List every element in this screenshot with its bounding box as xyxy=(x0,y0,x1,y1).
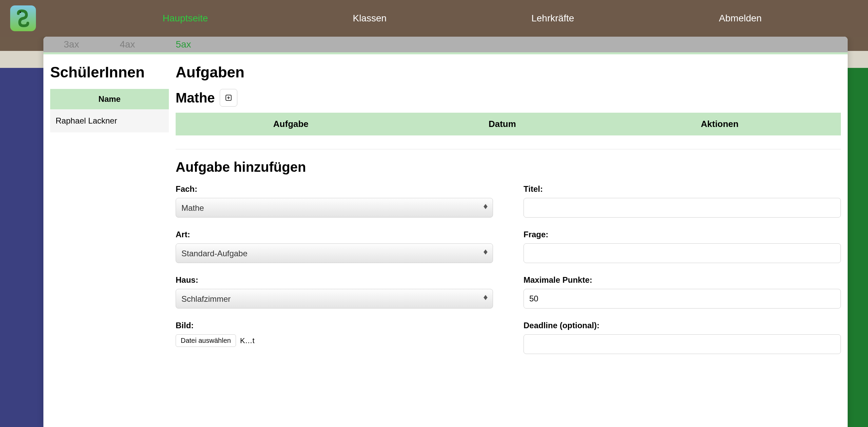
form-group-haus: Haus: Schlafzimmer xyxy=(176,275,493,309)
form-group-deadline: Deadline (optional): xyxy=(524,321,841,354)
form-group-maxpunkte: Maximale Punkte: xyxy=(524,275,841,309)
form-group-art: Art: Standard-Aufgabe xyxy=(176,230,493,263)
form-group-titel: Titel: xyxy=(524,184,841,218)
label-haus: Haus: xyxy=(176,275,493,285)
nav-link-lehrkraefte[interactable]: Lehrkräfte xyxy=(531,13,574,24)
label-titel: Titel: xyxy=(524,184,841,194)
input-maxpunkte[interactable] xyxy=(524,289,841,309)
select-fach[interactable]: Mathe xyxy=(176,198,493,218)
subject-name: Mathe xyxy=(176,90,215,106)
app-logo[interactable] xyxy=(10,5,36,31)
form-group-frage: Frage: xyxy=(524,230,841,263)
tasks-col-aktionen: Aktionen xyxy=(598,113,841,135)
nav-link-abmelden[interactable]: Abmelden xyxy=(719,13,762,24)
select-haus[interactable]: Schlafzimmer xyxy=(176,289,493,309)
class-tabbar: 3ax 4ax 5ax xyxy=(43,37,848,54)
tasks-title: Aufgaben xyxy=(176,64,841,81)
label-maxpunkte: Maximale Punkte: xyxy=(524,275,841,285)
label-deadline: Deadline (optional): xyxy=(524,321,841,330)
tab-3ax[interactable]: 3ax xyxy=(43,39,99,50)
student-row[interactable]: Raphael Lackner xyxy=(50,109,169,132)
form-group-bild: Bild: Datei auswählen K…t xyxy=(176,321,493,354)
tab-4ax[interactable]: 4ax xyxy=(99,39,155,50)
nav-link-hauptseite[interactable]: Hauptseite xyxy=(163,13,208,24)
add-task-form-title: Aufgabe hinzufügen xyxy=(176,160,841,175)
file-name-display: K…t xyxy=(240,336,255,345)
students-title: SchülerInnen xyxy=(50,64,169,81)
tasks-table: Aufgabe Datum Aktionen xyxy=(176,113,841,135)
tab-5ax[interactable]: 5ax xyxy=(155,39,211,50)
main-panel: 3ax 4ax 5ax SchülerInnen Name Raphael La… xyxy=(43,37,848,427)
input-deadline[interactable] xyxy=(524,334,841,354)
content-area: SchülerInnen Name Raphael Lackner Aufgab… xyxy=(43,54,848,364)
divider xyxy=(176,149,841,149)
nav-link-klassen[interactable]: Klassen xyxy=(353,13,387,24)
input-frage[interactable] xyxy=(524,243,841,263)
students-column: SchülerInnen Name Raphael Lackner xyxy=(50,64,169,354)
nav-items: Hauptseite Klassen Lehrkräfte Abmelden xyxy=(36,13,868,24)
label-bild: Bild: xyxy=(176,321,493,330)
label-fach: Fach: xyxy=(176,184,493,194)
snake-logo-icon xyxy=(14,9,33,28)
tasks-column: Aufgaben Mathe Aufgabe Datum xyxy=(176,64,841,354)
background-book-left xyxy=(0,51,44,427)
subject-row: Mathe xyxy=(176,89,841,107)
input-titel[interactable] xyxy=(524,198,841,218)
file-choose-button[interactable]: Datei auswählen xyxy=(176,334,236,347)
svg-point-0 xyxy=(20,12,21,13)
add-task-button[interactable] xyxy=(220,89,237,107)
select-art[interactable]: Standard-Aufgabe xyxy=(176,243,493,263)
tasks-col-aufgabe: Aufgabe xyxy=(176,113,406,135)
form-group-fach: Fach: Mathe xyxy=(176,184,493,218)
plus-square-icon xyxy=(225,94,232,101)
label-art: Art: xyxy=(176,230,493,239)
student-name: Raphael Lackner xyxy=(50,109,169,132)
label-frage: Frage: xyxy=(524,230,841,239)
students-header-name: Name xyxy=(50,89,169,109)
students-table: Name Raphael Lackner xyxy=(50,89,169,132)
tasks-col-datum: Datum xyxy=(406,113,599,135)
add-task-form: Fach: Mathe Titel: Art: xyxy=(176,184,841,354)
top-navigation: Hauptseite Klassen Lehrkräfte Abmelden xyxy=(0,0,868,37)
